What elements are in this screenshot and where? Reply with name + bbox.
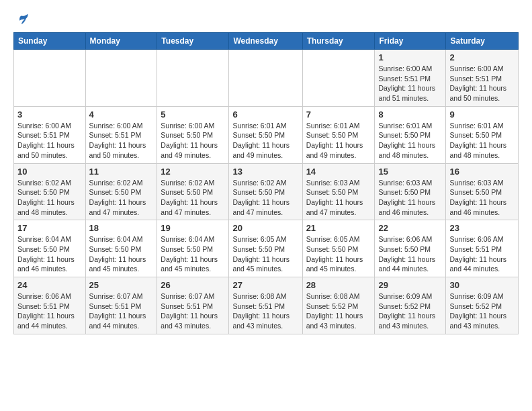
calendar-cell: 22Sunrise: 6:06 AMSunset: 5:50 PMDayligh… [375,220,446,277]
calendar-cell: 10Sunrise: 6:02 AMSunset: 5:50 PMDayligh… [14,163,86,220]
calendar-cell: 7Sunrise: 6:01 AMSunset: 5:50 PMDaylight… [302,106,375,163]
day-info: Sunrise: 6:00 AMSunset: 5:51 PMDaylight:… [89,121,154,161]
calendar-cell: 28Sunrise: 6:08 AMSunset: 5:52 PMDayligh… [302,277,375,334]
calendar-cell: 9Sunrise: 6:01 AMSunset: 5:50 PMDaylight… [446,106,519,163]
day-info: Sunrise: 6:09 AMSunset: 5:52 PMDaylight:… [449,291,515,331]
day-number: 24 [17,280,82,290]
header [13,11,519,27]
day-info: Sunrise: 6:08 AMSunset: 5:52 PMDaylight:… [306,291,371,331]
day-info: Sunrise: 6:02 AMSunset: 5:50 PMDaylight:… [17,178,82,218]
calendar-cell: 1Sunrise: 6:00 AMSunset: 5:51 PMDaylight… [375,50,446,107]
day-info: Sunrise: 6:03 AMSunset: 5:50 PMDaylight:… [306,178,371,218]
calendar-cell: 11Sunrise: 6:02 AMSunset: 5:50 PMDayligh… [85,163,157,220]
day-info: Sunrise: 6:03 AMSunset: 5:50 PMDaylight:… [449,178,515,218]
day-number: 26 [161,280,225,290]
calendar-table: SundayMondayTuesdayWednesdayThursdayFrid… [13,32,519,334]
header-day-tuesday: Tuesday [157,33,229,50]
day-info: Sunrise: 6:00 AMSunset: 5:50 PMDaylight:… [161,121,225,161]
day-number: 20 [232,223,298,233]
week-row-4: 17Sunrise: 6:04 AMSunset: 5:50 PMDayligh… [14,220,519,277]
day-number: 3 [17,109,82,120]
day-number: 19 [161,223,225,233]
calendar-cell: 8Sunrise: 6:01 AMSunset: 5:50 PMDaylight… [375,106,446,163]
calendar-cell: 14Sunrise: 6:03 AMSunset: 5:50 PMDayligh… [302,163,375,220]
day-number: 27 [232,280,298,290]
header-day-saturday: Saturday [446,33,519,50]
header-day-friday: Friday [375,33,446,50]
day-number: 1 [378,52,442,62]
calendar-cell: 4Sunrise: 6:00 AMSunset: 5:51 PMDaylight… [85,106,157,163]
calendar-cell: 15Sunrise: 6:03 AMSunset: 5:50 PMDayligh… [375,163,446,220]
day-number: 8 [378,109,442,120]
calendar-cell: 2Sunrise: 6:00 AMSunset: 5:51 PMDaylight… [446,50,519,107]
day-number: 9 [449,109,515,120]
day-info: Sunrise: 6:03 AMSunset: 5:50 PMDaylight:… [378,178,442,218]
day-info: Sunrise: 6:06 AMSunset: 5:51 PMDaylight:… [449,234,515,274]
calendar-cell: 6Sunrise: 6:01 AMSunset: 5:50 PMDaylight… [229,106,302,163]
logo-bird-icon [15,12,30,27]
calendar-cell: 17Sunrise: 6:04 AMSunset: 5:50 PMDayligh… [14,220,86,277]
header-day-monday: Monday [85,33,157,50]
calendar-header: SundayMondayTuesdayWednesdayThursdayFrid… [14,33,519,50]
day-number: 10 [17,167,82,177]
calendar-cell: 26Sunrise: 6:07 AMSunset: 5:51 PMDayligh… [157,277,229,334]
calendar-cell: 27Sunrise: 6:08 AMSunset: 5:51 PMDayligh… [229,277,302,334]
day-info: Sunrise: 6:04 AMSunset: 5:50 PMDaylight:… [17,234,82,274]
calendar-cell: 30Sunrise: 6:09 AMSunset: 5:52 PMDayligh… [446,277,519,334]
calendar-cell: 23Sunrise: 6:06 AMSunset: 5:51 PMDayligh… [446,220,519,277]
week-row-5: 24Sunrise: 6:06 AMSunset: 5:51 PMDayligh… [14,277,519,334]
day-info: Sunrise: 6:07 AMSunset: 5:51 PMDaylight:… [161,291,225,331]
day-info: Sunrise: 6:05 AMSunset: 5:50 PMDaylight:… [306,234,371,274]
day-info: Sunrise: 6:01 AMSunset: 5:50 PMDaylight:… [449,121,515,161]
calendar-cell [85,50,157,107]
day-number: 29 [378,280,442,290]
day-number: 28 [306,280,371,290]
day-info: Sunrise: 6:01 AMSunset: 5:50 PMDaylight:… [378,121,442,161]
calendar-cell: 3Sunrise: 6:00 AMSunset: 5:51 PMDaylight… [14,106,86,163]
day-number: 17 [17,223,82,233]
calendar-body: 1Sunrise: 6:00 AMSunset: 5:51 PMDaylight… [14,50,519,334]
page: SundayMondayTuesdayWednesdayThursdayFrid… [0,0,532,348]
day-info: Sunrise: 6:04 AMSunset: 5:50 PMDaylight:… [161,234,225,274]
day-number: 21 [306,223,371,233]
calendar-cell [229,50,302,107]
calendar-cell: 5Sunrise: 6:00 AMSunset: 5:50 PMDaylight… [157,106,229,163]
calendar-cell: 19Sunrise: 6:04 AMSunset: 5:50 PMDayligh… [157,220,229,277]
logo [13,13,30,27]
week-row-3: 10Sunrise: 6:02 AMSunset: 5:50 PMDayligh… [14,163,519,220]
day-number: 15 [378,167,442,177]
day-info: Sunrise: 6:02 AMSunset: 5:50 PMDaylight:… [232,178,298,218]
calendar-cell [302,50,375,107]
day-number: 5 [161,109,225,120]
calendar-cell [14,50,86,107]
day-info: Sunrise: 6:04 AMSunset: 5:50 PMDaylight:… [89,234,154,274]
day-info: Sunrise: 6:02 AMSunset: 5:50 PMDaylight:… [161,178,225,218]
day-number: 6 [232,109,298,120]
header-day-wednesday: Wednesday [229,33,302,50]
day-number: 23 [449,223,515,233]
day-info: Sunrise: 6:01 AMSunset: 5:50 PMDaylight:… [306,121,371,161]
day-number: 4 [89,109,154,120]
day-info: Sunrise: 6:00 AMSunset: 5:51 PMDaylight:… [449,64,515,103]
day-number: 14 [306,167,371,177]
day-number: 30 [449,280,515,290]
day-number: 16 [449,167,515,177]
week-row-1: 1Sunrise: 6:00 AMSunset: 5:51 PMDaylight… [14,50,519,107]
day-info: Sunrise: 6:06 AMSunset: 5:51 PMDaylight:… [17,291,82,331]
header-day-thursday: Thursday [302,33,375,50]
calendar-cell: 13Sunrise: 6:02 AMSunset: 5:50 PMDayligh… [229,163,302,220]
day-info: Sunrise: 6:07 AMSunset: 5:51 PMDaylight:… [89,291,154,331]
day-number: 2 [449,52,515,62]
day-info: Sunrise: 6:02 AMSunset: 5:50 PMDaylight:… [89,178,154,218]
calendar-cell [157,50,229,107]
day-info: Sunrise: 6:05 AMSunset: 5:50 PMDaylight:… [232,234,298,274]
calendar-cell: 20Sunrise: 6:05 AMSunset: 5:50 PMDayligh… [229,220,302,277]
day-info: Sunrise: 6:01 AMSunset: 5:50 PMDaylight:… [232,121,298,161]
day-number: 7 [306,109,371,120]
calendar-cell: 25Sunrise: 6:07 AMSunset: 5:51 PMDayligh… [85,277,157,334]
day-number: 11 [89,167,154,177]
calendar-cell: 21Sunrise: 6:05 AMSunset: 5:50 PMDayligh… [302,220,375,277]
calendar-cell: 18Sunrise: 6:04 AMSunset: 5:50 PMDayligh… [85,220,157,277]
day-info: Sunrise: 6:06 AMSunset: 5:50 PMDaylight:… [378,234,442,274]
day-number: 18 [89,223,154,233]
